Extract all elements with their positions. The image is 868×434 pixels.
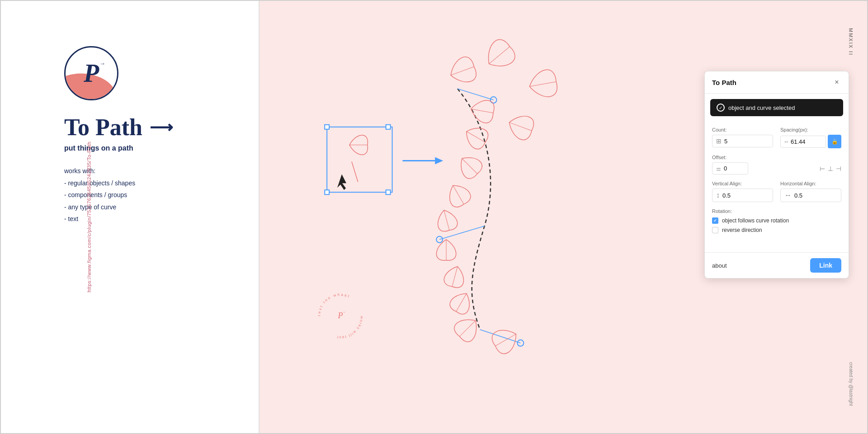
horizontal-align-label: Horizontal Align:	[780, 181, 841, 186]
follows-curve-row: ✓ object follows curve rotation	[712, 217, 841, 224]
horizontal-align-value: 0.5	[794, 192, 837, 199]
lock-button[interactable]: 🔒	[828, 135, 841, 148]
lines-icon: ⚌	[716, 165, 721, 172]
align-icons: ⊢ ⊥ ⊣	[820, 165, 841, 172]
grid-icon: ⊞	[716, 137, 722, 145]
horizontal-align-group: Horizontal Align: ↔ 0.5	[780, 181, 841, 202]
app-frame: https://www.figma.com/c/plugin/751576264…	[0, 0, 868, 434]
align-right-icon[interactable]: ⊣	[836, 165, 841, 172]
svg-marker-11	[337, 174, 346, 190]
works-item-4: - text	[64, 213, 135, 225]
panel-body: Count: ⊞ 5 Spacing(px): ⇿ 61.44	[705, 122, 849, 248]
svg-point-1	[491, 97, 497, 103]
offset-value: 0	[724, 165, 744, 172]
logo-circle: P →	[64, 46, 118, 100]
works-item-2: - components / groups	[64, 189, 135, 201]
svg-rect-8	[386, 125, 391, 129]
subtitle: put things on a path	[64, 144, 133, 152]
spacing-label: Spacing(px):	[780, 127, 841, 132]
svg-text:→: →	[342, 310, 346, 314]
spacing-input[interactable]: ⇿ 61.44	[780, 136, 826, 148]
link-button[interactable]: Link	[810, 258, 841, 273]
svg-rect-10	[386, 190, 391, 194]
about-link[interactable]: about	[712, 262, 727, 269]
horizontal-align-input[interactable]: ↔ 0.5	[780, 189, 841, 202]
align-left-icon[interactable]: ⊢	[820, 165, 825, 172]
svg-rect-9	[325, 190, 329, 194]
rotation-label: Rotation:	[712, 208, 841, 214]
plugin-panel: To Path × object and curve selected Coun…	[704, 71, 849, 278]
count-label: Count:	[712, 127, 773, 132]
follows-curve-checkbox[interactable]: ✓	[712, 217, 718, 224]
close-button[interactable]: ×	[832, 78, 841, 87]
side-url: https://www.figma.com/c/plugin/751576264…	[86, 142, 92, 292]
count-spacing-row: Count: ⊞ 5 Spacing(px): ⇿ 61.44	[712, 127, 841, 148]
offset-label: Offset:	[712, 155, 841, 160]
svg-line-0	[458, 89, 494, 100]
svg-line-2	[439, 226, 485, 240]
follows-curve-label: object follows curve rotation	[722, 217, 789, 224]
panel-footer: about Link	[705, 252, 849, 278]
offset-controls: ⚌ 0 ⊢ ⊥ ⊣	[712, 162, 841, 175]
count-value: 5	[724, 138, 769, 145]
vertical-arrows-icon: ↕	[716, 191, 720, 199]
spacing-value: 61.44	[791, 138, 822, 145]
check-circle-icon	[717, 104, 725, 112]
works-item-3: - any type of curve	[64, 201, 135, 213]
rotation-section: Rotation: ✓ object follows curve rotatio…	[712, 208, 841, 233]
svg-line-4	[480, 330, 521, 343]
reverse-direction-checkbox[interactable]	[712, 227, 718, 233]
vertical-align-value: 0.5	[722, 192, 769, 199]
vertical-align-label: Vertical Align:	[712, 181, 773, 186]
main-title: To Path ⟶	[64, 114, 173, 141]
svg-text:text too whaat: text too whaat	[317, 292, 351, 316]
count-group: Count: ⊞ 5	[712, 127, 773, 148]
left-panel: https://www.figma.com/c/plugin/751576264…	[1, 1, 259, 433]
offset-input[interactable]: ⚌ 0	[712, 162, 748, 175]
logo-letter: P	[84, 59, 99, 88]
svg-point-5	[517, 340, 524, 346]
works-with-heading: works with:	[64, 165, 135, 177]
reverse-direction-label: reverse direction	[722, 227, 762, 233]
title-text: To Path	[64, 114, 142, 141]
reverse-direction-row: reverse direction	[712, 227, 841, 233]
offset-row: Offset: ⚌ 0 ⊢ ⊥ ⊣	[712, 155, 841, 175]
align-row: Vertical Align: ↕ 0.5 Horizontal Align: …	[712, 181, 841, 202]
check-icon: ✓	[713, 218, 717, 223]
spacing-icon: ⇿	[784, 139, 788, 144]
status-text: object and curve selected	[728, 104, 795, 111]
works-with-section: works with: - regular objects / shapes -…	[64, 165, 135, 225]
canvas-area: MMXIX II created by @lastnight	[259, 1, 867, 433]
logo-arrow-icon: →	[99, 60, 105, 67]
lock-icon: 🔒	[831, 138, 838, 145]
count-input[interactable]: ⊞ 5	[712, 135, 773, 147]
svg-rect-7	[325, 125, 329, 129]
status-bar: object and curve selected	[710, 99, 843, 116]
works-item-1: - regular objects / shapes	[64, 177, 135, 189]
svg-marker-13	[435, 157, 443, 165]
panel-title: To Path	[712, 79, 736, 86]
horizontal-arrows-icon: ↔	[784, 191, 792, 199]
title-arrow-icon: ⟶	[150, 118, 173, 137]
align-center-icon[interactable]: ⊥	[828, 165, 833, 172]
panel-header: To Path ×	[705, 71, 849, 94]
vertical-align-input[interactable]: ↕ 0.5	[712, 189, 773, 202]
svg-rect-6	[327, 127, 392, 192]
vertical-align-group: Vertical Align: ↕ 0.5	[712, 181, 773, 202]
spacing-group: Spacing(px): ⇿ 61.44 🔒	[780, 127, 841, 148]
